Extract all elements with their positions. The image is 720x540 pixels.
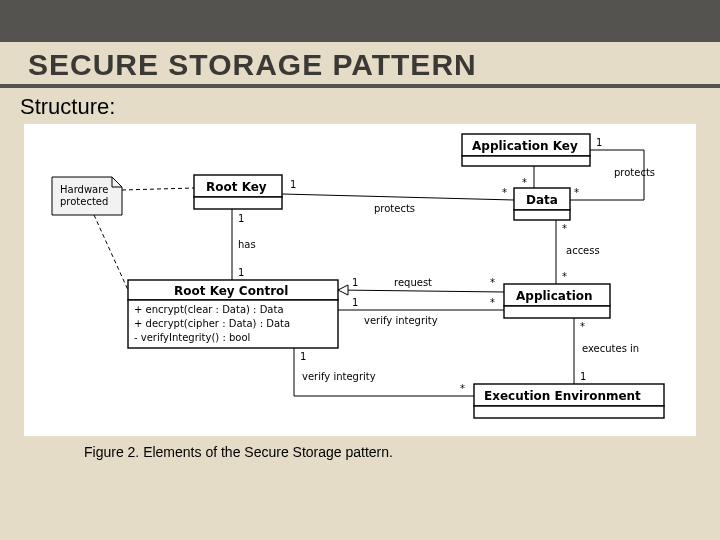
svg-line-39: [338, 290, 504, 292]
svg-text:Application Key: Application Key: [472, 139, 578, 153]
svg-text:*: *: [574, 187, 579, 198]
svg-text:1: 1: [580, 371, 586, 382]
assoc-rootkey-rkc: 1 has 1: [232, 209, 256, 280]
svg-text:verify integrity: verify integrity: [364, 315, 438, 326]
class-execution-environment: Execution Environment: [474, 384, 664, 418]
svg-text:1: 1: [300, 351, 306, 362]
svg-text:*: *: [460, 383, 465, 394]
assoc-data-application: * access *: [556, 220, 600, 284]
svg-text:1: 1: [238, 267, 244, 278]
page-title: SECURE STORAGE PATTERN: [0, 42, 720, 84]
svg-rect-8: [514, 210, 570, 220]
class-application: Application: [504, 284, 610, 318]
assoc-rootkey-data: 1 protects *: [282, 179, 514, 214]
note-hardware-protected: Hardware protected: [52, 177, 122, 215]
note-text-1: Hardware: [60, 184, 108, 195]
svg-text:1: 1: [290, 179, 296, 190]
svg-text:*: *: [490, 277, 495, 288]
svg-text:protects: protects: [614, 167, 655, 178]
svg-text:+ encrypt(clear : Data) : Data: + encrypt(clear : Data) : Data: [134, 304, 284, 315]
svg-line-22: [282, 194, 514, 200]
svg-text:Root Key Control: Root Key Control: [174, 284, 288, 298]
svg-text:1: 1: [352, 297, 358, 308]
svg-text:*: *: [522, 177, 527, 188]
svg-text:request: request: [394, 277, 432, 288]
svg-text:*: *: [502, 187, 507, 198]
svg-text:executes in: executes in: [582, 343, 639, 354]
class-application-key: Application Key: [462, 134, 590, 166]
svg-text:*: *: [580, 321, 585, 332]
class-root-key: Root Key: [194, 175, 282, 209]
assoc-rkc-env-verify: 1 verify integrity *: [294, 348, 474, 396]
svg-text:verify integrity: verify integrity: [302, 371, 376, 382]
svg-text:Root Key: Root Key: [206, 180, 267, 194]
dep-note-rkc: [94, 215, 128, 290]
svg-rect-5: [462, 156, 590, 166]
svg-text:*: *: [562, 271, 567, 282]
svg-text:*: *: [562, 223, 567, 234]
svg-text:- verifyIntegrity() : bool: - verifyIntegrity() : bool: [134, 332, 250, 343]
class-data: Data: [514, 188, 570, 220]
svg-text:Data: Data: [526, 193, 558, 207]
svg-text:has: has: [238, 239, 256, 250]
svg-text:1: 1: [352, 277, 358, 288]
dep-note-rootkey: [122, 188, 194, 190]
svg-text:*: *: [490, 297, 495, 308]
svg-text:1: 1: [238, 213, 244, 224]
assoc-rkc-app-request: 1 request *: [338, 277, 504, 295]
assoc-app-env: * executes in 1: [574, 318, 639, 384]
svg-text:Execution Environment: Execution Environment: [484, 389, 641, 403]
svg-text:protects: protects: [374, 203, 415, 214]
svg-rect-17: [504, 306, 610, 318]
svg-rect-20: [474, 406, 664, 418]
svg-marker-40: [338, 285, 348, 295]
class-root-key-control: Root Key Control + encrypt(clear : Data)…: [128, 280, 338, 348]
svg-text:access: access: [566, 245, 600, 256]
svg-text:+ decrypt(cipher : Data) : Dat: + decrypt(cipher : Data) : Data: [134, 318, 290, 329]
assoc-appkey-data-vert: *: [522, 166, 534, 188]
svg-rect-2: [194, 197, 282, 209]
svg-text:protected: protected: [60, 196, 108, 207]
svg-text:Application: Application: [516, 289, 593, 303]
top-band: [0, 0, 720, 42]
svg-text:1: 1: [596, 137, 602, 148]
uml-diagram: Hardware protected Root Key Application …: [24, 124, 696, 436]
assoc-rkc-app-verify: 1 verify integrity *: [338, 297, 504, 326]
figure-caption: Figure 2. Elements of the Secure Storage…: [0, 436, 720, 460]
section-heading: Structure:: [0, 88, 720, 124]
